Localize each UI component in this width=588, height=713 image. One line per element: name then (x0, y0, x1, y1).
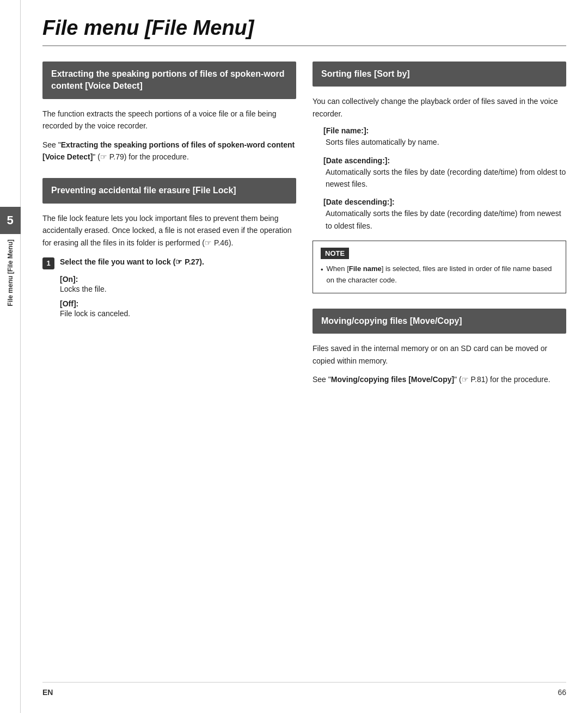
option-off-desc: File lock is canceled. (60, 308, 296, 319)
file-lock-header-title: Preventing accidental file erasure [File… (51, 185, 287, 196)
move-copy-body2-bold: Moving/copying files [Move/Copy] (331, 375, 454, 384)
chapter-number: 5 (0, 207, 21, 234)
file-name-desc: Sorts files automatically by name. (323, 136, 566, 148)
file-name-def: [File name:]: Sorts files automatically … (313, 126, 566, 148)
date-asc-desc: Automatically sorts the files by date (r… (323, 166, 566, 190)
voice-detect-body2: See "Extracting the speaking portions of… (42, 139, 296, 163)
step1-text: Select the file you want to lock (☞ P.27… (60, 256, 204, 268)
file-lock-options: [On]: Locks the file. [Off]: File lock i… (42, 275, 296, 319)
date-desc-def: [Date descending:]: Automatically sorts … (313, 198, 566, 232)
move-copy-header-title: Moving/copying files [Move/Copy] (321, 315, 558, 327)
right-column: Sorting files [Sort by] You can collecti… (313, 62, 566, 666)
option-on-desc: Locks the file. (60, 284, 296, 295)
move-copy-body2: See "Moving/copying files [Move/Copy]" (… (313, 373, 566, 385)
file-lock-body1: The file lock feature lets you lock impo… (42, 212, 296, 249)
step1-number: 1 (42, 257, 54, 269)
voice-detect-header-title: Extracting the speaking portions of file… (51, 68, 287, 93)
step1-block: 1 Select the file you want to lock (☞ P.… (42, 256, 296, 269)
date-asc-term: [Date ascending:]: (323, 156, 566, 165)
voice-detect-body1: The function extracts the speech portion… (42, 108, 296, 132)
note-bullet-text: When [File name] is selected, files are … (327, 263, 558, 286)
move-copy-body1: Files saved in the internal memory or on… (313, 342, 566, 367)
page-footer: EN 66 (42, 682, 566, 697)
move-copy-body2-suffix: " (☞ P.81) for the procedure. (454, 375, 550, 384)
date-asc-def: [Date ascending:]: Automatically sorts t… (313, 156, 566, 190)
voice-detect-header: Extracting the speaking portions of file… (42, 62, 296, 99)
side-tab: 5 File menu [File Menu] (0, 0, 21, 713)
file-name-term: [File name:]: (323, 126, 566, 135)
side-tab-label: File menu [File Menu] (7, 239, 14, 306)
file-lock-section: Preventing accidental file erasure [File… (42, 178, 296, 319)
option-off: [Off]: File lock is canceled. (60, 299, 296, 319)
two-column-layout: Extracting the speaking portions of file… (42, 62, 566, 666)
option-off-term: [Off]: (60, 299, 296, 308)
note-label: NOTE (321, 248, 349, 259)
option-on-term: [On]: (60, 275, 296, 284)
left-column: Extracting the speaking portions of file… (42, 62, 296, 666)
sort-by-body1: You can collectively change the playback… (313, 95, 566, 120)
voice-detect-body2-suffix: " (☞ P.79) for the procedure. (93, 152, 188, 161)
note-bullet-item: • When [File name] is selected, files ar… (321, 263, 558, 286)
sort-by-header-title: Sorting files [Sort by] (321, 68, 558, 80)
footer-en-label: EN (42, 688, 53, 697)
voice-detect-body2-prefix: See " (42, 140, 61, 149)
voice-detect-section: Extracting the speaking portions of file… (42, 62, 296, 163)
move-copy-header: Moving/copying files [Move/Copy] (313, 309, 566, 334)
note-box: NOTE • When [File name] is selected, fil… (313, 241, 566, 293)
page-title: File menu [File Menu] (42, 16, 566, 46)
bullet-dot: • (321, 265, 323, 276)
date-desc-desc: Automatically sorts the files by date (r… (323, 207, 566, 232)
file-lock-header: Preventing accidental file erasure [File… (42, 178, 296, 203)
sort-by-section: Sorting files [Sort by] You can collecti… (313, 62, 566, 293)
move-copy-section: Moving/copying files [Move/Copy] Files s… (313, 309, 566, 386)
main-content: File menu [File Menu] Extracting the spe… (21, 0, 588, 713)
move-copy-body2-prefix: See " (313, 375, 331, 384)
date-desc-term: [Date descending:]: (323, 198, 566, 206)
footer-page-number: 66 (558, 688, 566, 697)
sort-by-header: Sorting files [Sort by] (313, 62, 566, 87)
note-content: • When [File name] is selected, files ar… (321, 263, 558, 286)
option-on: [On]: Locks the file. (60, 275, 296, 295)
